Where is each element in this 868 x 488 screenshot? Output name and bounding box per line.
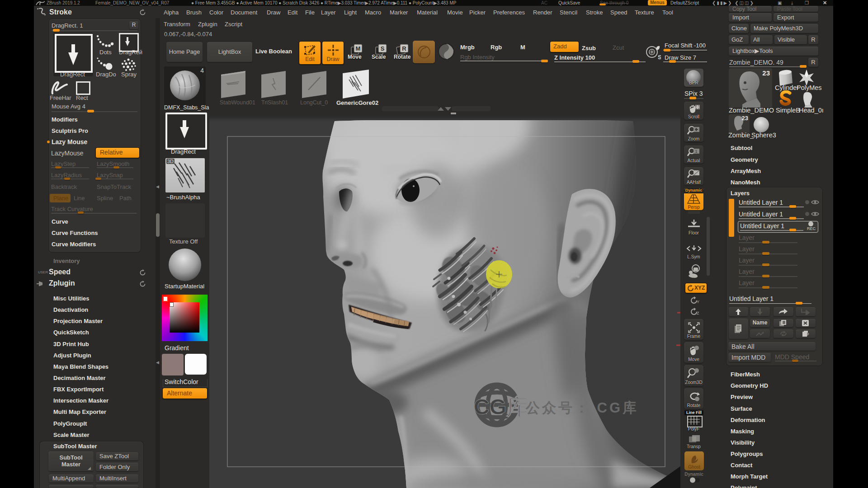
svg-text:1: 1 (695, 149, 697, 154)
svg-text:公众号： CG库: 公众号： CG库 (525, 400, 639, 416)
svg-text:S: S (658, 54, 661, 61)
svg-text:R: R (402, 45, 406, 52)
svg-text:M: M (356, 45, 361, 52)
svg-text:CG库: CG库 (474, 395, 528, 419)
svg-text:S: S (381, 45, 385, 52)
svg-text:Y: Y (697, 300, 699, 304)
svg-text:Z: Z (697, 311, 699, 315)
